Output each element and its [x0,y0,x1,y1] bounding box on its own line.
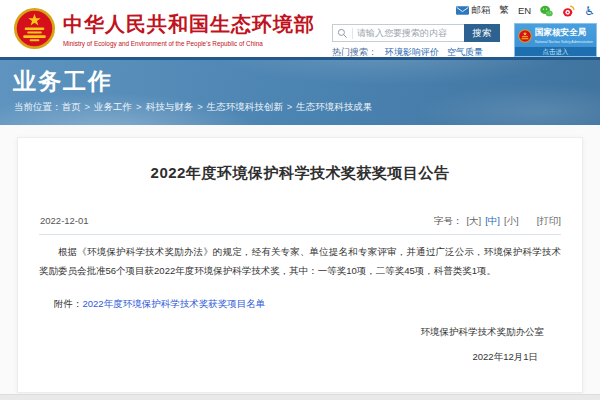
site-logo[interactable]: 中华人民共和国生态环境部 Ministry of Ecology and Env… [13,7,315,50]
page: 中华人民共和国生态环境部 Ministry of Ecology and Env… [0,0,600,400]
article-paragraph: 根据《环境保护科学技术奖励办法》的规定，经有关专家、单位提名和专家评审，并通过广… [39,242,561,280]
nnsa-banner[interactable]: 国家核安全局 National Nuclear Safety Administr… [514,23,597,57]
search-input[interactable] [357,28,460,38]
search-icon [337,28,353,39]
breadcrumb-separator: > [85,101,91,112]
breadcrumb-eco-innovation[interactable]: 生态环境科技创新 [207,101,283,112]
font-size-small-button[interactable]: [小] [504,215,519,226]
traditional-chinese-link[interactable]: 繁 [500,4,510,17]
breadcrumb: 当前位置：首页>业务工作>科技与财务>生态环境科技创新>生态环境科技成果 [14,101,372,114]
attachment-row: 附件：2022年度环境保护科学技术奖获奖项目名单 [54,298,265,311]
envelope-icon [456,6,469,15]
font-size-medium-button[interactable]: [中] [485,215,500,226]
breadcrumb-business[interactable]: 业务工作 [94,101,132,112]
attachment-label: 附件： [54,298,83,309]
nnsa-emblem-icon [518,29,532,43]
china-national-emblem-icon [13,7,56,50]
nnsa-main: 国家核安全局 National Nuclear Safety Administr… [515,24,596,44]
section-banner: 业务工作 当前位置：首页>业务工作>科技与财务>生态环境科技创新>生态环境科技成… [0,60,600,125]
search-input-wrap [332,24,464,42]
site-subtitle: Ministry of Ecology and Environment of t… [63,40,315,47]
bottom-strip [0,394,600,400]
article-title: 2022年度环境保护科学技术奖获奖项目公告 [18,164,582,183]
print-button[interactable]: [打印] [537,215,561,226]
breadcrumb-home[interactable]: 首页 [62,101,81,112]
accessibility-icon[interactable]: ♿ [584,5,595,17]
publish-date: 2022-12-01 [40,215,89,228]
mail-link[interactable]: 邮箱 [456,4,491,17]
wechat-bubbles-icon [540,5,553,17]
search-button[interactable]: 搜索 [464,24,500,42]
site-header: 中华人民共和国生态环境部 Ministry of Ecology and Env… [0,0,600,57]
weibo-icon[interactable] [562,5,575,17]
site-title: 中华人民共和国生态环境部 [63,11,315,38]
breadcrumb-scitech-finance[interactable]: 科技与财务 [146,101,194,112]
breadcrumb-label: 当前位置： [14,101,62,112]
meta-divider [39,234,561,235]
nnsa-enter-label[interactable]: 点击进入 [515,47,596,56]
utility-bar: 邮箱 繁 EN [456,4,595,17]
section-title: 业务工作 [13,66,113,97]
breadcrumb-separator: > [136,101,142,112]
hot-search-link-1[interactable]: 环境影响评价 [385,47,439,57]
breadcrumb-separator: > [287,101,293,112]
breadcrumb-separator: > [197,101,203,112]
signature: 环境保护科学技术奖励办公室 [421,326,545,339]
content-area: 2022年度环境保护科学技术奖获奖项目公告 2022-12-01 字号：[大][… [0,125,600,394]
signature-date: 2022年12月1日 [473,351,538,364]
nnsa-title: 国家核安全局 [535,27,593,39]
attachment-link[interactable]: 2022年度环境保护科学技术奖获奖项目名单 [83,298,266,309]
hot-search-label: 热门搜索： [332,47,377,57]
article-meta: 2022-12-01 字号：[大][中][小][打印] [40,215,561,228]
search-box: 搜索 [332,24,500,42]
mail-label: 邮箱 [472,4,491,17]
meta-tools: 字号：[大][中][小][打印] [434,215,561,228]
nnsa-subtitle: National Nuclear Safety Administration [535,40,593,44]
font-size-large-button[interactable]: [大] [466,215,481,226]
breadcrumb-eco-achievements[interactable]: 生态环境科技成果 [296,101,372,112]
font-size-label: 字号： [434,215,463,226]
nnsa-text: 国家核安全局 National Nuclear Safety Administr… [535,27,593,44]
weibo-eye-icon [562,5,575,17]
wechat-icon[interactable] [540,5,553,17]
english-link[interactable]: EN [518,5,531,16]
logo-text: 中华人民共和国生态环境部 Ministry of Ecology and Env… [63,11,315,47]
hot-search-link-2[interactable]: 空气质量 [447,47,483,57]
article-card: 2022年度环境保护科学技术奖获奖项目公告 2022-12-01 字号：[大][… [17,137,583,393]
